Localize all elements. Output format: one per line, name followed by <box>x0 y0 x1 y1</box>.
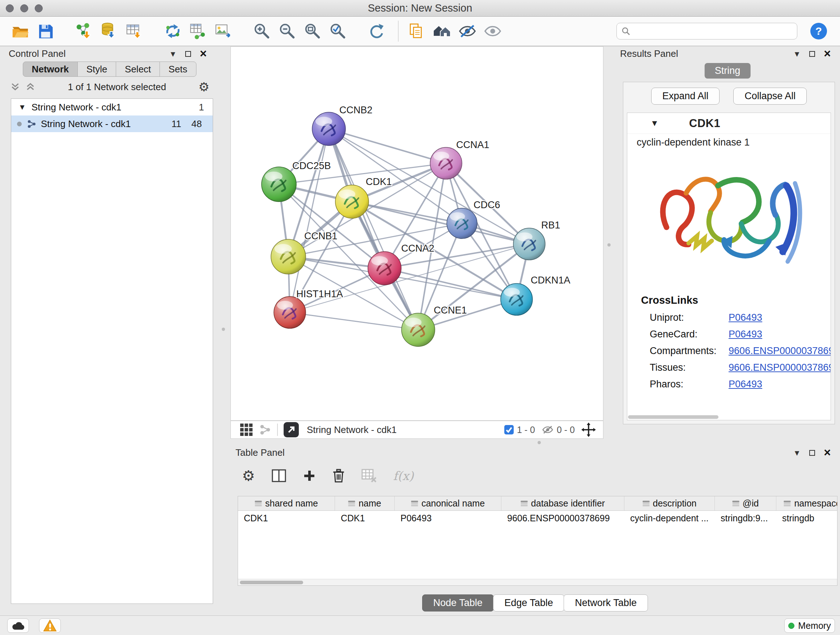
show-all-button[interactable] <box>482 19 504 43</box>
open-session-button[interactable] <box>9 19 31 43</box>
column-header-shared-name[interactable]: shared name <box>238 496 335 510</box>
network-collection-row[interactable]: ▼ String Network - cdk1 1 <box>11 99 213 116</box>
column-header-name[interactable]: name <box>335 496 395 510</box>
open-in-new-window-button[interactable] <box>284 422 299 437</box>
copy-button[interactable] <box>406 19 428 43</box>
tab-sets[interactable]: Sets <box>159 62 196 77</box>
tab-network[interactable]: Network <box>23 62 78 77</box>
table-cell[interactable]: cyclin-dependent ... <box>624 511 715 525</box>
table-cell[interactable]: stringdb <box>776 511 837 525</box>
network-node-CDC25B[interactable]: CDC25B <box>262 160 331 202</box>
save-session-button[interactable] <box>35 19 57 43</box>
import-network-database-button[interactable] <box>98 19 120 43</box>
edge-CCNB2-CCNE1[interactable] <box>329 129 418 330</box>
table-cell[interactable]: P06493 <box>395 511 501 525</box>
memory-button[interactable]: Memory <box>784 618 835 633</box>
table-row[interactable]: CDK1CDK1P064939606.ENSP00000378699cyclin… <box>238 511 837 525</box>
cloud-button[interactable] <box>7 618 29 633</box>
column-header-namespace[interactable]: namespace <box>776 496 837 510</box>
network-table-button[interactable] <box>187 19 209 43</box>
table-cell[interactable]: CDK1 <box>238 511 335 525</box>
add-column-icon[interactable] <box>303 469 316 482</box>
hidden-eye-icon[interactable] <box>542 424 554 436</box>
network-options-gear-icon[interactable]: ⚙ <box>199 81 210 93</box>
right-splitter-handle[interactable] <box>607 243 611 247</box>
network-overview-icon[interactable] <box>259 424 271 436</box>
column-header-canonical-name[interactable]: canonical name <box>395 496 501 510</box>
column-header-description[interactable]: description <box>624 496 715 510</box>
network-node-CCNA2[interactable]: CCNA2 <box>368 243 434 285</box>
export-image-button[interactable] <box>213 19 234 43</box>
hide-selected-button[interactable] <box>456 19 478 43</box>
column-header-database-identifier[interactable]: database identifier <box>501 496 624 510</box>
network-node-RB1[interactable]: RB1 <box>513 220 561 260</box>
zoom-selected-button[interactable] <box>327 19 349 43</box>
edge-HIST1H1A-CCNE1[interactable] <box>290 312 418 330</box>
network-node-HIST1H1A[interactable]: HIST1H1A <box>274 288 343 328</box>
show-columns-icon[interactable] <box>272 469 286 482</box>
protein-section-header[interactable]: ▼ CDK1 <box>627 113 831 134</box>
crosslink-link[interactable]: 9606.ENSP00000378699 <box>729 342 831 359</box>
control-panel-close-icon[interactable]: × <box>196 46 211 61</box>
import-table-button[interactable] <box>124 19 145 43</box>
network-node-CCNB1[interactable]: CCNB1 <box>271 231 338 274</box>
delete-column-icon[interactable] <box>332 469 345 483</box>
table-panel-close-icon[interactable]: × <box>820 445 835 460</box>
section-expander-icon[interactable]: ▼ <box>651 119 659 128</box>
collapse-all-icon[interactable] <box>25 82 35 92</box>
zoom-fit-button[interactable] <box>302 19 324 43</box>
warnings-button[interactable] <box>39 618 61 633</box>
tab-select[interactable]: Select <box>116 62 160 77</box>
left-splitter-handle[interactable] <box>222 328 225 331</box>
table-cell[interactable]: stringdb:9... <box>715 511 776 525</box>
network-node-CCNA1[interactable]: CCNA1 <box>430 139 489 179</box>
expand-all-icon[interactable] <box>10 82 20 92</box>
results-scrollbar-thumb[interactable] <box>628 415 718 419</box>
crosslink-link[interactable]: P06493 <box>729 309 762 326</box>
network-node-CDKN1A[interactable]: CDKN1A <box>501 275 570 315</box>
import-network-file-button[interactable] <box>73 19 95 43</box>
edge-CCNB2-HIST1H1A[interactable] <box>290 129 329 312</box>
network-view[interactable]: CCNB2CCNA1CDC25BCDK1CDC6RB1CCNB1CCNA2CDK… <box>231 46 603 421</box>
results-panel-collapse-icon[interactable]: ▾ <box>789 46 805 61</box>
birdseye-view-icon[interactable] <box>240 423 253 437</box>
tab-edge-table[interactable]: Edge Table <box>493 594 564 611</box>
control-panel-float-icon[interactable] <box>180 46 196 61</box>
table-horizontal-scrollbar[interactable] <box>238 579 837 585</box>
home-button[interactable] <box>431 19 453 43</box>
table-cell[interactable]: CDK1 <box>335 511 395 525</box>
tab-style[interactable]: Style <box>77 62 117 77</box>
zoom-in-button[interactable] <box>251 19 273 43</box>
results-panel-close-icon[interactable]: × <box>820 46 835 61</box>
results-panel-float-icon[interactable] <box>805 46 820 61</box>
search-input[interactable] <box>633 26 793 36</box>
crosslink-link[interactable]: 9606.ENSP00000378699 <box>729 359 831 376</box>
refresh-view-button[interactable] <box>365 19 387 43</box>
edge-CCNB2-CCNA1[interactable] <box>329 129 446 163</box>
crosslink-link[interactable]: P06493 <box>729 326 762 342</box>
function-builder-icon[interactable]: f(x) <box>393 469 414 483</box>
help-button[interactable]: ? <box>810 23 827 40</box>
table-options-gear-icon[interactable]: ⚙ <box>242 469 255 483</box>
network-row[interactable]: String Network - cdk1 11 48 <box>11 116 213 132</box>
tab-node-table[interactable]: Node Table <box>422 594 494 611</box>
network-node-CDK1[interactable]: CDK1 <box>335 176 392 218</box>
table-panel-collapse-icon[interactable]: ▾ <box>789 445 805 460</box>
bottom-splitter-handle[interactable] <box>538 441 541 444</box>
selected-checkbox-icon[interactable] <box>504 424 514 435</box>
crosslink-link[interactable]: P06493 <box>729 376 762 393</box>
table-cell[interactable]: 9606.ENSP00000378699 <box>501 511 624 525</box>
table-scrollbar-thumb[interactable] <box>240 581 303 584</box>
tree-expander-icon[interactable]: ▼ <box>19 103 27 111</box>
network-node-CCNE1[interactable]: CCNE1 <box>401 305 467 347</box>
zoom-out-button[interactable] <box>276 19 298 43</box>
table-panel-float-icon[interactable] <box>805 445 820 460</box>
control-panel-collapse-icon[interactable]: ▾ <box>165 46 180 61</box>
clone-network-button[interactable] <box>162 19 184 43</box>
delete-table-icon[interactable] <box>362 469 377 483</box>
search-box[interactable] <box>616 23 797 40</box>
tab-network-table[interactable]: Network Table <box>564 594 648 611</box>
collapse-all-button[interactable]: Collapse All <box>733 88 807 105</box>
pan-crosshair-icon[interactable] <box>581 423 596 437</box>
tab-string[interactable]: String <box>705 63 751 79</box>
